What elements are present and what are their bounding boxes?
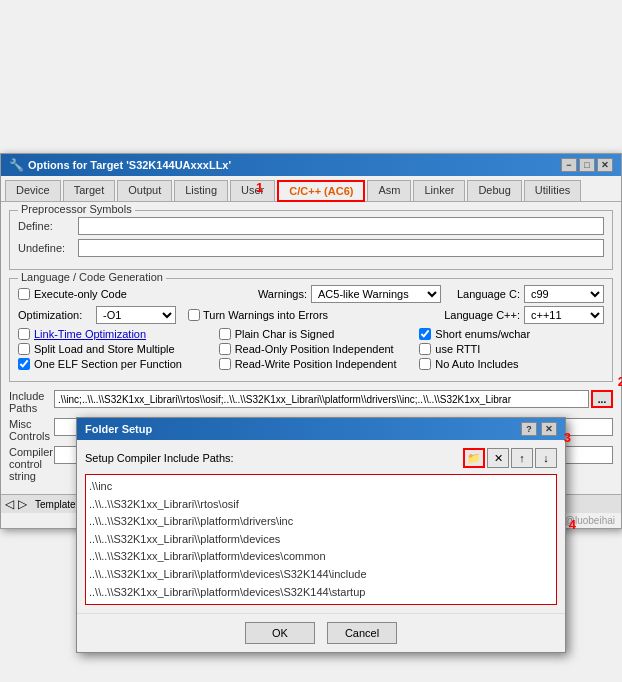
no-auto-checkbox[interactable] (419, 358, 431, 370)
maximize-button[interactable]: □ (579, 158, 595, 172)
execute-only-row: Execute-only Code Warnings: AC5-like War… (18, 285, 604, 303)
language-c-label: Language C: (457, 288, 520, 300)
dialog-header-label: Setup Compiler Include Paths: (85, 452, 234, 464)
path-item-6: ..\\..\\S32K1xx_Librari\\platform\device… (89, 584, 553, 602)
dialog-close-btn[interactable]: ✕ (541, 422, 557, 436)
path-item-0: .\\inc (89, 478, 553, 496)
execute-only-checkbox[interactable] (18, 288, 30, 300)
dialog-body: Setup Compiler Include Paths: 📁 ✕ ↑ ↓ (77, 440, 565, 613)
one-elf-row: One ELF Section per Function (18, 358, 203, 370)
optimization-select[interactable]: -O1 (96, 306, 176, 324)
dialog-up-btn[interactable]: ↑ (511, 448, 533, 468)
tab-output[interactable]: Output (117, 180, 172, 201)
dialog-title-bar: Folder Setup ? ✕ (77, 418, 565, 440)
tab-user[interactable]: User (230, 180, 275, 201)
use-rtti-label: use RTTI (435, 343, 480, 355)
plain-char-row: Plain Char is Signed (219, 328, 404, 340)
dialog-help-btn[interactable]: ? (521, 422, 537, 436)
folder-setup-dialog: Folder Setup ? ✕ Setup Compiler Include … (76, 417, 566, 653)
bottom-icon2: ▷ (18, 497, 27, 511)
tab-linker[interactable]: Linker (413, 180, 465, 201)
tab-device[interactable]: Device (5, 180, 61, 201)
close-button[interactable]: ✕ (597, 158, 613, 172)
tab-bar: Device Target Output Listing User C/C++ … (1, 176, 621, 202)
bottom-icon: ◁ (5, 497, 14, 511)
link-time-label: Link-Time Optimization (34, 328, 146, 340)
undefine-row: Undefine: (18, 239, 604, 257)
short-enums-checkbox[interactable] (419, 328, 431, 340)
app-icon: 🔧 (9, 158, 24, 172)
minimize-button[interactable]: − (561, 158, 577, 172)
plain-char-checkbox[interactable] (219, 328, 231, 340)
dialog-header-row: Setup Compiler Include Paths: 📁 ✕ ↑ ↓ (85, 448, 557, 468)
tab-utilities[interactable]: Utilities (524, 180, 581, 201)
browse-icon: ... (598, 394, 606, 405)
tab-asm[interactable]: Asm (367, 180, 411, 201)
dialog-toolbar: 📁 ✕ ↑ ↓ 3 (463, 448, 557, 468)
annotation-2: 2 (618, 374, 622, 389)
options-row: Link-Time Optimization Split Load and St… (18, 328, 604, 373)
lang-group-label: Language / Code Generation (18, 271, 166, 283)
optimization-row: Optimization: -O1 Turn Warnings into Err… (18, 306, 604, 324)
dialog-title-label: Folder Setup (85, 423, 152, 435)
window-title: Options for Target 'S32K144UAxxxLLx' (28, 159, 231, 171)
use-rtti-checkbox[interactable] (419, 343, 431, 355)
undefine-label: Undefine: (18, 242, 78, 254)
tab-listing[interactable]: Listing (174, 180, 228, 201)
readwrite-pos-row: Read-Write Position Independent (219, 358, 404, 370)
execute-only-label: Execute-only Code (34, 288, 127, 300)
plain-char-label: Plain Char is Signed (235, 328, 335, 340)
readonly-pos-label: Read-Only Position Independent (235, 343, 394, 355)
include-paths-row: Include Paths ... 2 (9, 390, 613, 414)
tab-debug[interactable]: Debug (467, 180, 521, 201)
language-cpp-select[interactable]: c++11 (524, 306, 604, 324)
turn-warnings-label: Turn Warnings into Errors (203, 309, 444, 321)
dialog-footer: OK Cancel (77, 613, 565, 652)
use-rtti-row: use RTTI (419, 343, 604, 355)
path-list: .\\inc ..\\..\\S32K1xx_Librari\\rtos\osi… (85, 474, 557, 605)
left-checkboxes: Link-Time Optimization Split Load and St… (18, 328, 203, 373)
down-arrow-icon: ↓ (543, 452, 549, 464)
no-auto-row: No Auto Includes (419, 358, 604, 370)
no-auto-label: No Auto Includes (435, 358, 518, 370)
dialog-ok-btn[interactable]: OK (245, 622, 315, 644)
turn-warnings-checkbox[interactable] (188, 309, 200, 321)
include-paths-input[interactable] (54, 390, 589, 408)
folder-add-icon: 📁 (467, 452, 481, 465)
warnings-label: Warnings: (258, 288, 307, 300)
split-load-checkbox[interactable] (18, 343, 30, 355)
one-elf-checkbox[interactable] (18, 358, 30, 370)
short-enums-label: Short enums/wchar (435, 328, 530, 340)
dialog-add-btn[interactable]: 📁 (463, 448, 485, 468)
title-bar-buttons: − □ ✕ (561, 158, 613, 172)
readwrite-pos-checkbox[interactable] (219, 358, 231, 370)
language-c-select[interactable]: c99 (524, 285, 604, 303)
readonly-pos-checkbox[interactable] (219, 343, 231, 355)
compiler-label3: string (9, 470, 69, 482)
short-enums-row: Short enums/wchar (419, 328, 604, 340)
split-load-row: Split Load and Store Multiple (18, 343, 203, 355)
title-bar-left: 🔧 Options for Target 'S32K144UAxxxLLx' (9, 158, 231, 172)
warnings-select[interactable]: AC5-like Warnings (311, 285, 441, 303)
include-paths-browse-btn[interactable]: ... 2 (591, 390, 613, 408)
dialog-delete-btn[interactable]: ✕ (487, 448, 509, 468)
optimization-label: Optimization: (18, 309, 96, 321)
main-window: 🔧 Options for Target 'S32K144UAxxxLLx' −… (0, 153, 622, 529)
link-time-checkbox[interactable] (18, 328, 30, 340)
undefine-input[interactable] (78, 239, 604, 257)
define-input[interactable] (78, 217, 604, 235)
dialog-down-btn[interactable]: ↓ (535, 448, 557, 468)
main-content: 1 Preprocessor Symbols Define: Undefine:… (1, 202, 621, 494)
preprocessor-group: Preprocessor Symbols Define: Undefine: (9, 210, 613, 270)
path-item-4: ..\\..\\S32K1xx_Librari\\platform\device… (89, 548, 553, 566)
right-checkboxes: Short enums/wchar use RTTI No Auto Inclu… (419, 328, 604, 373)
dialog-cancel-btn[interactable]: Cancel (327, 622, 397, 644)
delete-icon: ✕ (494, 452, 503, 465)
readwrite-pos-label: Read-Write Position Independent (235, 358, 397, 370)
tab-cpp[interactable]: C/C++ (AC6) (277, 180, 365, 202)
one-elf-label: One ELF Section per Function (34, 358, 182, 370)
link-time-row: Link-Time Optimization (18, 328, 203, 340)
tab-target[interactable]: Target (63, 180, 116, 201)
path-item-2: ..\\..\\S32K1xx_Librari\\platform\driver… (89, 513, 553, 531)
path-item-5: ..\\..\\S32K1xx_Librari\\platform\device… (89, 566, 553, 584)
